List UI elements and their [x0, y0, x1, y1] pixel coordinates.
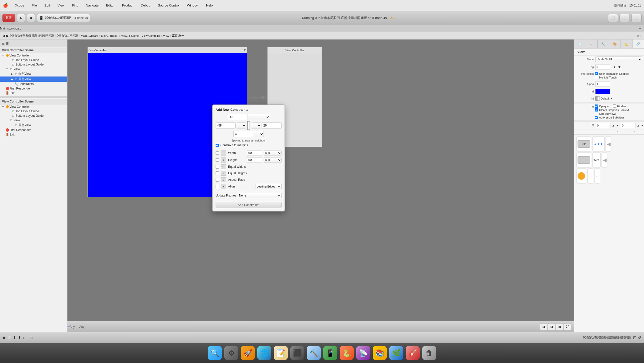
nav-item-first-responder-2[interactable]: 🔴 First Responder [0, 128, 67, 132]
dock-dash[interactable]: 📚 [373, 346, 387, 360]
status-step-over-icon[interactable]: ⬆ [13, 335, 16, 340]
dock-system-prefs[interactable]: ⚙ [224, 346, 238, 360]
pause-button[interactable]: 暂停 [2, 14, 15, 22]
dock-filezilla[interactable]: 📡 [356, 346, 370, 360]
dock-instruments[interactable]: 🎸 [406, 346, 420, 360]
breadcrumb-next-icon[interactable]: › [640, 34, 642, 38]
obj-yellow-item[interactable] [576, 169, 586, 183]
breadcrumb-item-2[interactable]: Main....yboard [81, 34, 98, 37]
breadcrumb-item-3[interactable]: Main....(Base) [101, 34, 118, 37]
dock-sourcetree[interactable]: 🌿 [389, 346, 403, 360]
dock-notes[interactable]: 📝 [274, 346, 288, 360]
equal-heights-checkbox[interactable] [216, 172, 219, 175]
zoom-in-button[interactable]: ⊞ [556, 323, 563, 330]
dock-terminal[interactable]: ⬛ [290, 346, 304, 360]
nav-item-exit-1[interactable]: 🚪 Exit [0, 91, 67, 95]
tint-color-swatch[interactable] [595, 96, 600, 101]
nav-item-blue-view[interactable]: ▶ □ 蓝色View [0, 77, 67, 82]
multiple-touch-checkbox[interactable] [595, 76, 598, 79]
align-dropdown[interactable]: Leading Edges [256, 184, 282, 189]
width-dropdown[interactable]: 600 [264, 150, 282, 156]
top-spacing-input[interactable] [227, 114, 247, 120]
height-checkbox[interactable] [216, 158, 219, 162]
add-constraints-button[interactable]: Add Constraints [216, 202, 282, 208]
nav-item-vc1[interactable]: ▼ 🔶 View Controller [0, 53, 67, 58]
status-refresh-icon[interactable]: ↺ [638, 335, 641, 340]
zoom-fit-button[interactable]: ⊡ [540, 323, 547, 330]
menu-navigate[interactable]: Navigate [84, 3, 100, 8]
height-value-input[interactable] [247, 157, 262, 163]
inspector-tab-size[interactable]: 📐 [621, 40, 632, 48]
dock-finder[interactable]: 🔍 [208, 346, 222, 360]
obj-back-item[interactable]: ◀ [606, 137, 612, 152]
dock-launchpad[interactable]: 🚀 [241, 346, 255, 360]
zoom-out-button[interactable]: ⊟ [548, 323, 555, 330]
menu-debug[interactable]: Debug [140, 3, 152, 8]
y-stepper-up[interactable]: ▲ [637, 124, 640, 127]
update-frames-dropdown[interactable]: None [238, 193, 282, 198]
inspector-tab-connections[interactable]: 🔗 [632, 40, 644, 48]
x-input[interactable] [596, 123, 611, 128]
y-stepper-down[interactable]: ▼ [641, 124, 644, 127]
breadcrumb-item-0[interactable]: 006自动布局案例-底部按钮相同间距 [10, 34, 54, 38]
height-dropdown[interactable]: 600 [264, 157, 282, 163]
nav-item-blue-view-2[interactable]: □ 蓝色View [0, 123, 67, 128]
menu-window[interactable]: Window [186, 3, 200, 8]
navigator-toggle[interactable]: ⬜ [608, 14, 618, 22]
obj-arrows-item[interactable]: ↔ [594, 169, 600, 183]
mode-select[interactable]: Scale To Fill [595, 57, 642, 62]
menu-find[interactable]: Find [70, 3, 80, 8]
breadcrumb-item-6[interactable]: View [163, 34, 169, 37]
status-split-icon[interactable]: ⊞ [30, 336, 33, 340]
obj-stars-item[interactable]: ★★★ [592, 137, 604, 152]
add-tab-button[interactable]: + [639, 26, 641, 31]
nav-item-bottom-layout[interactable]: □ Bottom Layout Guide [0, 62, 67, 67]
menu-file[interactable]: File [30, 3, 38, 8]
debug-toggle[interactable]: ⬜ [620, 14, 630, 22]
nav-item-exit-2[interactable]: 🚪 Exit [0, 132, 67, 137]
breadcrumb-item-7[interactable]: 蓝色View [172, 34, 184, 38]
nav-item-vc2[interactable]: ▼ 🔶 View Controller [0, 105, 67, 109]
obj-back2-item[interactable]: ◀ [602, 153, 608, 168]
inspector-tab-attributes[interactable]: 🎨 [609, 40, 621, 48]
aspect-ratio-checkbox[interactable] [216, 178, 219, 182]
status-pause-icon[interactable]: ⏸ [8, 335, 12, 340]
nav-item-red-view[interactable]: ▶ □ 红色View [0, 71, 67, 77]
apple-menu[interactable]: 🍎 [3, 3, 8, 8]
dock-xcode[interactable]: 🔨 [307, 346, 321, 360]
obj-dots-item[interactable]: ⋯ [587, 169, 593, 183]
nav-item-top-layout-2[interactable]: □ Top Layout Guide [0, 109, 67, 114]
tint-dropdown-arrow[interactable]: ▾ [611, 97, 612, 100]
right-dropdown[interactable] [251, 123, 261, 129]
bottom-spacing-input[interactable] [233, 131, 253, 137]
obj-item-item[interactable]: Item [592, 153, 600, 168]
top-dropdown[interactable] [248, 114, 270, 120]
align-checkbox[interactable] [216, 185, 219, 188]
nav-grid-icon[interactable]: ⊞ [6, 41, 9, 45]
vc1-resize-handle[interactable]: ⊡ [244, 49, 247, 52]
inspector-tab-identity[interactable]: 🔧 [598, 40, 609, 48]
status-step-out-icon[interactable]: ↑ [22, 335, 24, 340]
width-value-input[interactable] [247, 150, 262, 156]
tag-stepper-up[interactable]: ▲ [613, 65, 616, 69]
status-layout-icon[interactable]: ⊡ [633, 335, 636, 340]
dock-safari[interactable]: 🌐 [257, 346, 271, 360]
scheme-selector[interactable]: 📱 006自动…相同间距 iPhone 4s [37, 14, 90, 22]
clip-checkbox[interactable] [595, 112, 598, 115]
obj-blank-item[interactable] [576, 153, 591, 168]
width-checkbox[interactable] [216, 151, 219, 155]
menu-source-control[interactable]: Source Control [156, 3, 181, 8]
breadcrumb-item-1[interactable]: 006自动…同间距 [57, 34, 78, 38]
inspector-tab-file[interactable]: 📄 [574, 40, 586, 48]
nav-item-view1[interactable]: ▼ □ View [0, 67, 67, 71]
background-color-swatch[interactable] [595, 89, 610, 94]
dock-trash[interactable]: 🗑 [422, 346, 436, 360]
opaque-checkbox[interactable] [595, 105, 598, 108]
run-button[interactable]: ▶ [17, 14, 25, 22]
status-step-into-icon[interactable]: ⬇ [18, 335, 21, 340]
left-dropdown[interactable] [236, 123, 246, 129]
nav-item-top-layout[interactable]: □ Top Layout Guide [0, 58, 67, 62]
hidden-checkbox[interactable] [613, 105, 616, 108]
nav-item-bottom-layout-2[interactable]: □ Bottom Layout Guide [0, 114, 67, 118]
utilities-toggle[interactable]: ⬜ [631, 14, 642, 22]
